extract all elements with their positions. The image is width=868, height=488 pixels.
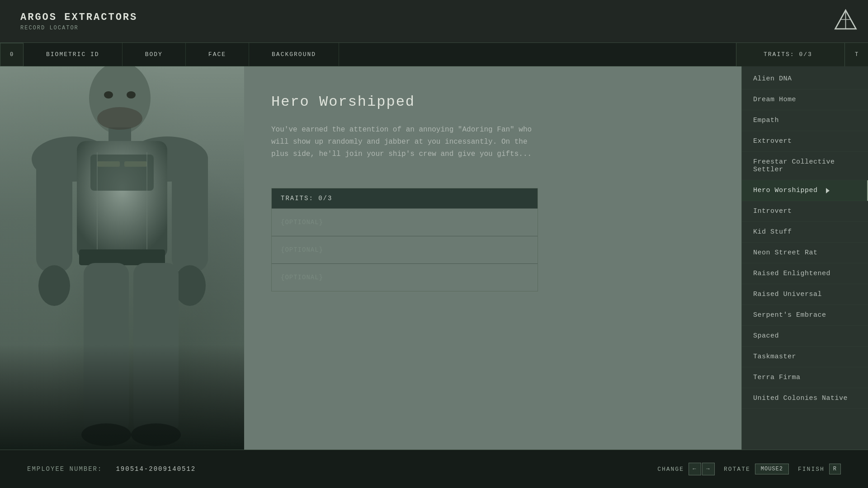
employee-number: 190514-2009140512 <box>116 465 196 473</box>
trait-slot-1[interactable]: {OPTIONAL} <box>272 208 538 236</box>
svg-rect-26 <box>0 344 244 450</box>
traits-nav-label: TRAITS: 0/3 <box>736 43 844 66</box>
finish-key-btn[interactable]: R <box>829 464 841 474</box>
sidebar-item-alien-dna[interactable]: Alien DNA <box>742 69 868 89</box>
sidebar-item-terra-firma[interactable]: Terra Firma <box>742 367 868 388</box>
change-right-btn[interactable]: → <box>702 463 715 475</box>
tab-face[interactable]: FACE <box>186 43 249 66</box>
sidebar-item-empath[interactable]: Empath <box>742 110 868 131</box>
logo <box>832 7 859 34</box>
rotate-label: ROTATE <box>724 466 750 473</box>
sidebar-item-label: Empath <box>753 117 779 124</box>
change-arrows: ← → <box>689 463 715 475</box>
sidebar-item-spaced[interactable]: Spaced <box>742 326 868 347</box>
info-panel: Hero Worshipped You've earned the attent… <box>244 66 741 450</box>
character-area <box>0 66 244 450</box>
trait-title: Hero Worshipped <box>271 94 714 110</box>
sidebar-item-serpent's-embrace[interactable]: Serpent's Embrace <box>742 305 868 326</box>
sidebar-item-label: Kid Stuff <box>753 228 792 236</box>
sidebar-item-label: Extrovert <box>753 137 792 145</box>
svg-point-21 <box>104 91 113 99</box>
tab-biometric[interactable]: BIOMETRIC ID <box>24 43 123 66</box>
employee-label: EMPLOYEE NUMBER: <box>27 465 102 473</box>
nav-right-group: TRAITS: 0/3 T <box>736 43 868 66</box>
sidebar-item-label: Serpent's Embrace <box>753 311 826 319</box>
record-locator: RECORD LOCATOR <box>7 25 201 35</box>
trait-description: You've earned the attention of an annoyi… <box>271 124 533 161</box>
sidebar-item-label: Raised Enlightened <box>753 270 830 277</box>
traits-box-header: TRAITS: 0/3 <box>272 188 538 208</box>
character-portrait <box>0 85 244 450</box>
sidebar-item-taskmaster[interactable]: Taskmaster <box>742 347 868 367</box>
sidebar-item-label: Taskmaster <box>753 353 796 361</box>
nav-left-button[interactable]: 0 <box>0 43 24 66</box>
main-content: Hero Worshipped You've earned the attent… <box>0 66 868 450</box>
rotate-action: ROTATE MOUSE2 <box>724 464 789 474</box>
sidebar-item-dream-home[interactable]: Dream Home <box>742 89 868 110</box>
svg-rect-11 <box>124 161 147 167</box>
bottom-bar: EMPLOYEE NUMBER: 190514-2009140512 CHANG… <box>0 450 868 488</box>
title-block: ARGOS EXTRACTORS RECORD LOCATOR <box>0 0 208 42</box>
tab-body[interactable]: BODY <box>123 43 186 66</box>
sidebar-item-label: Introvert <box>753 207 792 215</box>
tab-background[interactable]: BACKGROUND <box>249 43 339 66</box>
sidebar-item-introvert[interactable]: Introvert <box>742 201 868 222</box>
nav-right-button[interactable]: T <box>844 43 868 66</box>
svg-rect-16 <box>79 249 165 265</box>
change-left-btn[interactable]: ← <box>689 463 701 475</box>
sidebar-item-label: Dream Home <box>753 96 796 103</box>
sidebar-item-kid-stuff[interactable]: Kid Stuff <box>742 222 868 243</box>
sidebar-item-extrovert[interactable]: Extrovert <box>742 131 868 152</box>
svg-rect-13 <box>172 145 208 272</box>
trait-slot-3[interactable]: {OPTIONAL} <box>272 263 538 291</box>
svg-point-22 <box>127 91 136 99</box>
trait-slot-2[interactable]: {OPTIONAL} <box>272 236 538 263</box>
sidebar-item-label: Spaced <box>753 332 779 340</box>
sidebar-item-label: Raised Universal <box>753 291 822 298</box>
sidebar-item-united-colonies-native[interactable]: United Colonies Native <box>742 388 868 409</box>
sidebar-item-label: Terra Firma <box>753 374 801 381</box>
active-cursor-icon <box>826 188 830 193</box>
sidebar-item-label: Hero Worshipped <box>753 187 818 194</box>
sidebar-item-label: United Colonies Native <box>753 394 848 402</box>
traits-box: TRAITS: 0/3 {OPTIONAL} {OPTIONAL} {OPTIO… <box>271 188 538 291</box>
sidebar-item-raised-universal[interactable]: Raised Universal <box>742 284 868 305</box>
rotate-key-btn[interactable]: MOUSE2 <box>755 464 789 474</box>
sidebar-item-label: Alien DNA <box>753 75 792 83</box>
svg-rect-9 <box>90 155 154 191</box>
sidebar-item-hero-worshipped[interactable]: Hero Worshipped <box>742 180 868 201</box>
svg-point-14 <box>38 265 70 306</box>
sidebar-item-freestar-collective-settler[interactable]: Freestar Collective Settler <box>742 152 868 180</box>
bottom-actions: CHANGE ← → ROTATE MOUSE2 FINISH R <box>657 463 841 475</box>
sidebar-item-raised-enlightened[interactable]: Raised Enlightened <box>742 263 868 284</box>
svg-point-23 <box>97 107 142 130</box>
svg-rect-12 <box>36 145 72 272</box>
change-action: CHANGE ← → <box>657 463 715 475</box>
sidebar-item-label: Freestar Collective Settler <box>753 158 857 174</box>
svg-point-15 <box>174 265 206 306</box>
traits-list: Alien DNADream HomeEmpathExtrovertFreest… <box>741 66 868 450</box>
finish-action: FINISH R <box>798 464 841 474</box>
top-bar: ARGOS EXTRACTORS RECORD LOCATOR <box>0 0 868 43</box>
change-label: CHANGE <box>657 466 684 473</box>
nav-tabs: 0 BIOMETRIC ID BODY FACE BACKGROUND TRAI… <box>0 43 868 66</box>
sidebar-item-label: Neon Street Rat <box>753 249 818 257</box>
app-title: ARGOS EXTRACTORS <box>7 8 201 25</box>
svg-rect-10 <box>97 161 120 167</box>
sidebar-item-neon-street-rat[interactable]: Neon Street Rat <box>742 243 868 263</box>
finish-label: FINISH <box>798 466 825 473</box>
